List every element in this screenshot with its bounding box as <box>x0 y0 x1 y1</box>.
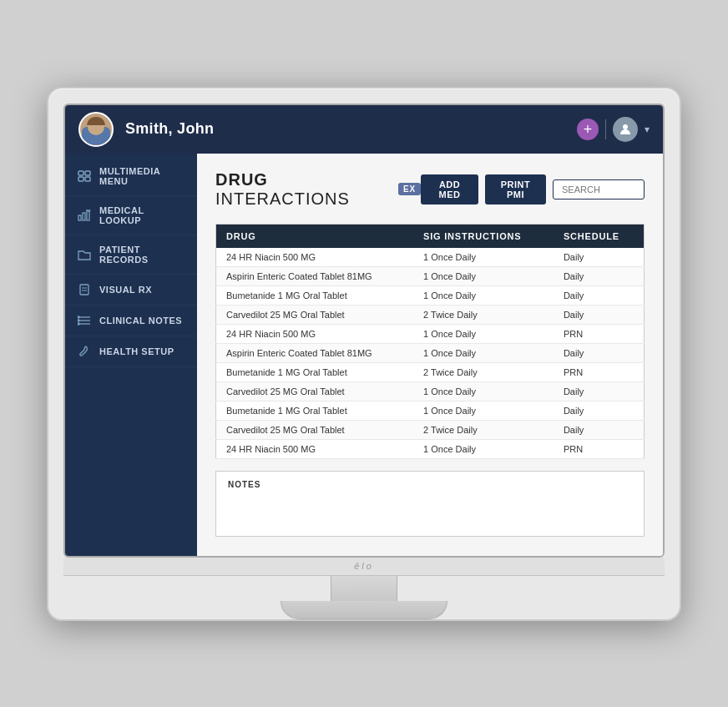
table-row: 24 HR Niacin 500 MG1 Once DailyPRN <box>216 324 645 343</box>
user-icon[interactable] <box>613 117 638 142</box>
table-row: Carvedilot 25 MG Oral Tablet2 Twice Dail… <box>216 420 645 439</box>
list-icon <box>77 315 92 326</box>
notes-label: NOTES <box>228 480 632 489</box>
sidebar-label-health-setup: Health Setup <box>99 346 174 356</box>
app-body: Multimedia Menu Medical Lookup <box>65 154 663 556</box>
page-actions: ADD MED PRINT PMI <box>421 174 645 205</box>
col-sig: SIG INSTRUCTIONS <box>413 224 554 248</box>
table-row: 24 HR Niacin 500 MG1 Once DailyDaily <box>216 248 645 267</box>
add-med-button[interactable]: ADD MED <box>421 174 478 205</box>
drug-interactions-table: DRUG SIG INSTRUCTIONS SCHEDULE 24 HR Nia… <box>215 224 645 459</box>
wrench-icon <box>77 346 92 357</box>
page-title-text: DRUG INTERACTIONS <box>215 170 392 209</box>
sidebar-label-medical-lookup: Medical Lookup <box>99 205 185 225</box>
sidebar-label-patient-records: Patient Records <box>99 245 185 265</box>
app-container: Smith, John + ▾ <box>65 105 663 556</box>
monitor-brand: ēlo <box>354 561 374 571</box>
svg-rect-2 <box>85 171 90 175</box>
header-actions: + ▾ <box>577 117 650 142</box>
sidebar-item-visual-rx[interactable]: Visual RX <box>65 275 197 306</box>
patient-name: Smith, John <box>125 120 577 138</box>
page-title: DRUG INTERACTIONS EX <box>215 170 421 209</box>
svg-rect-3 <box>78 177 83 181</box>
sidebar-item-health-setup[interactable]: Health Setup <box>65 336 197 367</box>
monitor-screen: Smith, John + ▾ <box>63 104 665 558</box>
col-schedule: SCHEDULE <box>554 224 645 248</box>
monitor-neck <box>331 576 397 601</box>
sidebar-item-medical-lookup[interactable]: Medical Lookup <box>65 196 197 235</box>
search-input[interactable] <box>553 179 645 199</box>
grid-icon <box>77 170 92 182</box>
folder-icon <box>77 249 92 260</box>
chevron-down-icon[interactable]: ▾ <box>645 124 650 135</box>
svg-point-17 <box>78 323 79 325</box>
monitor-brand-bar: ēlo <box>63 558 665 576</box>
sidebar-item-clinical-notes[interactable]: Clinical Notes <box>65 306 197 336</box>
monitor-stand <box>63 576 665 619</box>
svg-point-0 <box>623 124 628 129</box>
table-row: Bumetanide 1 MG Oral Tablet2 Twice Daily… <box>216 362 645 381</box>
table-row: Carvedilot 25 MG Oral Tablet1 Once Daily… <box>216 381 645 401</box>
notes-section: NOTES <box>215 471 645 537</box>
table-row: Aspirin Enteric Coated Tablet 81MG1 Once… <box>216 266 645 285</box>
svg-point-15 <box>78 316 79 318</box>
chart-icon <box>77 210 92 221</box>
col-drug: DRUG <box>216 224 414 248</box>
add-button[interactable]: + <box>577 119 599 140</box>
svg-rect-4 <box>85 177 90 181</box>
page-title-row: DRUG INTERACTIONS EX ADD MED PRINT PMI <box>215 170 645 209</box>
monitor: Smith, John + ▾ <box>47 87 681 621</box>
document-icon <box>77 284 92 295</box>
sidebar-label-visual-rx: Visual RX <box>99 285 152 295</box>
monitor-foot <box>281 601 447 619</box>
app-header: Smith, John + ▾ <box>65 105 663 154</box>
main-content: DRUG INTERACTIONS EX ADD MED PRINT PMI <box>197 154 663 556</box>
svg-rect-6 <box>83 213 85 220</box>
sidebar-label-clinical-notes: Clinical Notes <box>99 316 182 326</box>
sidebar: Multimedia Menu Medical Lookup <box>65 154 197 556</box>
sidebar-item-multimedia-menu[interactable]: Multimedia Menu <box>65 157 197 196</box>
svg-rect-9 <box>80 285 88 295</box>
table-row: Carvedilot 25 MG Oral Tablet2 Twice Dail… <box>216 305 645 324</box>
notes-content <box>228 494 632 528</box>
table-row: Bumetanide 1 MG Oral Tablet1 Once DailyD… <box>216 401 645 420</box>
table-row: 24 HR Niacin 500 MG1 Once DailyPRN <box>216 439 645 458</box>
print-pmi-button[interactable]: PRINT PMI <box>485 174 546 205</box>
page-badge: EX <box>398 183 421 195</box>
svg-point-16 <box>78 320 79 321</box>
sidebar-label-multimedia: Multimedia Menu <box>99 166 185 186</box>
table-row: Bumetanide 1 MG Oral Tablet1 Once DailyD… <box>216 285 645 305</box>
table-row: Aspirin Enteric Coated Tablet 81MG1 Once… <box>216 343 645 362</box>
svg-rect-1 <box>78 171 83 175</box>
sidebar-item-patient-records[interactable]: Patient Records <box>65 235 197 275</box>
avatar <box>78 112 114 147</box>
svg-rect-5 <box>78 215 81 220</box>
header-divider <box>605 119 606 139</box>
